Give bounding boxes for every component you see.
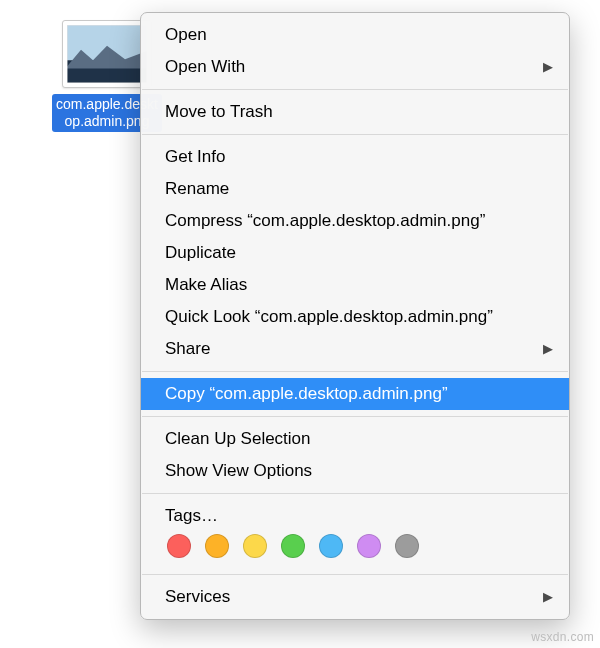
menu-services-label: Services bbox=[165, 587, 230, 606]
menu-open-with-label: Open With bbox=[165, 57, 245, 76]
menu-compress[interactable]: Compress “com.apple.desktop.admin.png” bbox=[141, 205, 569, 237]
menu-rename[interactable]: Rename bbox=[141, 173, 569, 205]
menu-services[interactable]: Services ▶ bbox=[141, 581, 569, 613]
menu-open-with[interactable]: Open With ▶ bbox=[141, 51, 569, 83]
tag-dot-gray[interactable] bbox=[395, 534, 419, 558]
tag-dot-purple[interactable] bbox=[357, 534, 381, 558]
chevron-right-icon: ▶ bbox=[543, 585, 553, 609]
tag-dot-blue[interactable] bbox=[319, 534, 343, 558]
menu-view-options[interactable]: Show View Options bbox=[141, 455, 569, 487]
menu-share[interactable]: Share ▶ bbox=[141, 333, 569, 365]
chevron-right-icon: ▶ bbox=[543, 337, 553, 361]
menu-make-alias[interactable]: Make Alias bbox=[141, 269, 569, 301]
tag-dot-yellow[interactable] bbox=[243, 534, 267, 558]
menu-separator bbox=[142, 371, 568, 372]
context-menu: Open Open With ▶ Move to Trash Get Info … bbox=[140, 12, 570, 620]
menu-separator bbox=[142, 89, 568, 90]
menu-move-to-trash[interactable]: Move to Trash bbox=[141, 96, 569, 128]
menu-separator bbox=[142, 416, 568, 417]
menu-clean-up[interactable]: Clean Up Selection bbox=[141, 423, 569, 455]
menu-quick-look[interactable]: Quick Look “com.apple.desktop.admin.png” bbox=[141, 301, 569, 333]
menu-separator bbox=[142, 574, 568, 575]
menu-open[interactable]: Open bbox=[141, 19, 569, 51]
chevron-right-icon: ▶ bbox=[543, 55, 553, 79]
menu-share-label: Share bbox=[165, 339, 210, 358]
tag-dot-green[interactable] bbox=[281, 534, 305, 558]
menu-duplicate[interactable]: Duplicate bbox=[141, 237, 569, 269]
tag-dot-orange[interactable] bbox=[205, 534, 229, 558]
menu-copy[interactable]: Copy “com.apple.desktop.admin.png” bbox=[141, 378, 569, 410]
image-thumbnail-icon bbox=[67, 25, 147, 83]
menu-separator bbox=[142, 134, 568, 135]
menu-tags[interactable]: Tags… bbox=[141, 500, 569, 568]
thumbnail-frame bbox=[62, 20, 152, 88]
tag-dot-red[interactable] bbox=[167, 534, 191, 558]
menu-separator bbox=[142, 493, 568, 494]
watermark: wsxdn.com bbox=[531, 630, 594, 644]
menu-tags-label: Tags… bbox=[165, 506, 545, 532]
menu-get-info[interactable]: Get Info bbox=[141, 141, 569, 173]
tag-dots-row bbox=[165, 532, 545, 564]
